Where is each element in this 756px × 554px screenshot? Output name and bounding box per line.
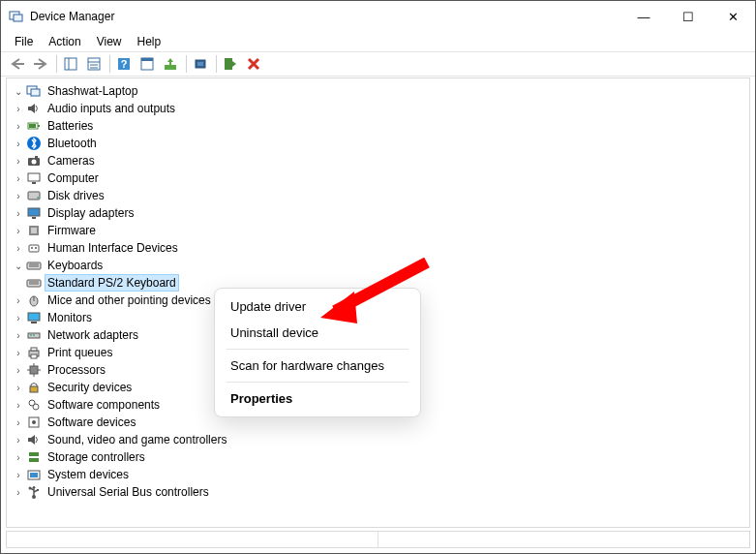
tree-item[interactable]: ›Bluetooth bbox=[13, 135, 749, 152]
back-button[interactable] bbox=[7, 53, 28, 75]
tree-item[interactable]: ›Storage controllers bbox=[13, 448, 749, 466]
update-driver-button[interactable] bbox=[160, 53, 181, 75]
close-button[interactable]: ✕ bbox=[711, 1, 755, 32]
expand-icon[interactable]: › bbox=[13, 294, 24, 306]
tree-item[interactable]: ›Batteries bbox=[13, 117, 749, 135]
svg-rect-13 bbox=[141, 58, 153, 61]
collapse-icon[interactable]: ⌄ bbox=[13, 260, 24, 271]
svg-rect-69 bbox=[29, 458, 39, 462]
svg-rect-56 bbox=[31, 354, 37, 358]
svg-rect-1 bbox=[14, 15, 22, 21]
menubar: File Action View Help bbox=[1, 32, 755, 51]
context-menu-item[interactable]: Uninstall device bbox=[217, 320, 418, 346]
disk-icon bbox=[26, 188, 42, 203]
window-title: Device Manager bbox=[30, 10, 114, 23]
device-manager-icon bbox=[9, 9, 24, 24]
expand-icon[interactable]: › bbox=[13, 329, 24, 341]
svg-text:?: ? bbox=[121, 58, 128, 70]
expand-icon[interactable]: › bbox=[13, 434, 24, 446]
tree-item-label: Security devices bbox=[45, 380, 134, 395]
svg-rect-49 bbox=[28, 313, 40, 321]
expand-icon[interactable]: › bbox=[13, 172, 24, 184]
menu-view[interactable]: View bbox=[89, 34, 130, 49]
expand-icon[interactable]: › bbox=[13, 451, 24, 463]
tree-item[interactable]: ›Universal Serial Bus controllers bbox=[13, 483, 749, 501]
tree-item[interactable]: ›Disk drives bbox=[13, 187, 749, 204]
network-icon bbox=[26, 327, 42, 343]
computer-icon bbox=[26, 83, 42, 99]
expand-icon[interactable]: › bbox=[13, 364, 24, 376]
svg-point-52 bbox=[30, 334, 32, 336]
tree-item-label: Print queues bbox=[45, 345, 114, 360]
tree-item[interactable]: ›Cameras bbox=[13, 152, 749, 169]
context-menu-item[interactable]: Properties bbox=[217, 385, 418, 412]
expand-icon[interactable]: › bbox=[13, 190, 24, 201]
svg-rect-24 bbox=[29, 124, 36, 128]
minimize-button[interactable]: — bbox=[621, 1, 666, 32]
statusbar-pane-1 bbox=[7, 532, 378, 547]
expand-icon[interactable]: › bbox=[13, 225, 24, 236]
battery-icon bbox=[26, 118, 42, 134]
expand-icon[interactable]: › bbox=[13, 120, 24, 132]
svg-rect-25 bbox=[38, 125, 40, 127]
tree-root[interactable]: ⌄Shashwat-Laptop bbox=[13, 82, 749, 100]
expand-icon[interactable]: › bbox=[13, 103, 24, 114]
tree-item[interactable]: ›Sound, video and game controllers bbox=[13, 431, 749, 448]
tree-item[interactable]: ›Display adapters bbox=[13, 204, 749, 222]
svg-rect-14 bbox=[165, 65, 176, 70]
tree-item[interactable]: ›Human Interface Devices bbox=[13, 239, 749, 257]
context-menu: Update driverUninstall deviceScan for ha… bbox=[214, 288, 421, 417]
enable-device-button[interactable] bbox=[220, 53, 241, 75]
scan-hardware-button[interactable] bbox=[190, 53, 211, 75]
cpu-icon bbox=[26, 362, 42, 378]
expand-icon[interactable]: › bbox=[13, 399, 24, 411]
svg-rect-30 bbox=[28, 173, 40, 181]
svg-point-33 bbox=[37, 197, 39, 199]
show-hide-tree-button[interactable] bbox=[60, 53, 81, 75]
action-button[interactable] bbox=[136, 53, 158, 75]
forward-button[interactable] bbox=[30, 53, 51, 75]
properties-button[interactable] bbox=[83, 53, 105, 75]
menu-action[interactable]: Action bbox=[41, 34, 88, 49]
expand-icon[interactable]: › bbox=[13, 138, 24, 149]
tree-item[interactable]: ⌄Keyboards bbox=[13, 257, 749, 274]
expand-icon[interactable]: › bbox=[13, 207, 24, 219]
tree-item-label: Storage controllers bbox=[45, 449, 147, 465]
svg-rect-38 bbox=[29, 245, 39, 252]
tree-item-label: Standard PS/2 Keyboard bbox=[45, 275, 178, 291]
tree-item[interactable]: ›Firmware bbox=[13, 222, 749, 239]
expand-icon[interactable]: › bbox=[13, 242, 24, 254]
expand-icon[interactable]: › bbox=[13, 382, 24, 393]
menu-file[interactable]: File bbox=[7, 34, 41, 49]
svg-rect-68 bbox=[29, 452, 39, 456]
tree-item-label: Computer bbox=[45, 170, 101, 186]
expand-icon[interactable]: › bbox=[13, 486, 24, 498]
expand-icon[interactable]: › bbox=[13, 469, 24, 480]
tree-item-label: Human Interface Devices bbox=[45, 240, 180, 256]
uninstall-device-button[interactable] bbox=[243, 53, 264, 75]
svg-rect-17 bbox=[225, 58, 232, 70]
context-menu-item[interactable]: Update driver bbox=[217, 293, 418, 320]
swcomp-icon bbox=[26, 397, 42, 413]
tree-item[interactable]: ›Audio inputs and outputs bbox=[13, 100, 749, 117]
svg-rect-29 bbox=[35, 156, 38, 158]
system-icon bbox=[26, 467, 42, 482]
maximize-button[interactable]: ☐ bbox=[666, 1, 711, 32]
svg-rect-50 bbox=[31, 322, 37, 323]
svg-rect-22 bbox=[28, 107, 31, 110]
tree-item-label: Sound, video and game controllers bbox=[45, 432, 228, 447]
svg-rect-62 bbox=[30, 386, 38, 392]
context-menu-item[interactable]: Scan for hardware changes bbox=[217, 353, 418, 379]
statusbar-pane-2 bbox=[378, 532, 749, 547]
tree-item[interactable]: ›Computer bbox=[13, 169, 749, 187]
expand-icon[interactable]: › bbox=[13, 347, 24, 358]
expand-icon[interactable]: › bbox=[13, 416, 24, 428]
collapse-icon[interactable]: ⌄ bbox=[13, 85, 24, 97]
tree-item-label: Keyboards bbox=[45, 258, 105, 273]
expand-icon[interactable]: › bbox=[13, 312, 24, 323]
menu-help[interactable]: Help bbox=[130, 34, 169, 49]
tree-item-label: Network adapters bbox=[45, 327, 140, 343]
tree-item[interactable]: ›System devices bbox=[13, 466, 749, 483]
expand-icon[interactable]: › bbox=[13, 155, 24, 167]
help-button[interactable]: ? bbox=[113, 53, 135, 75]
